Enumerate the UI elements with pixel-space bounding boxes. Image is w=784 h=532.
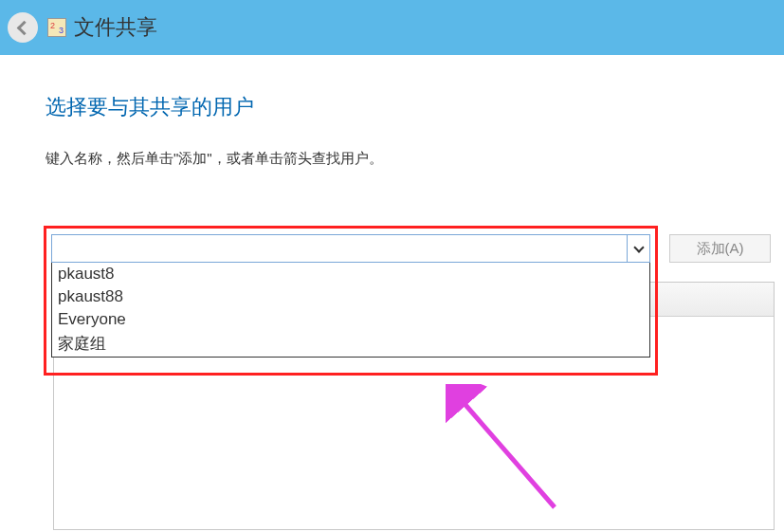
user-name-input[interactable] xyxy=(51,234,628,263)
dropdown-button[interactable] xyxy=(628,234,650,263)
page-heading: 选择要与其共享的用户 xyxy=(46,93,738,121)
instruction-text: 键入名称，然后单击"添加"，或者单击箭头查找用户。 xyxy=(46,150,738,168)
dropdown-item[interactable]: pkaust8 xyxy=(52,263,649,285)
add-button[interactable]: 添加(A) xyxy=(669,234,771,263)
titlebar: 文件共享 xyxy=(0,0,784,55)
back-button[interactable] xyxy=(8,12,38,43)
user-dropdown-list: pkaust8 pkaust88 Everyone 家庭组 xyxy=(51,263,650,358)
user-combo-row: 添加(A) xyxy=(51,234,771,263)
dropdown-item[interactable]: 家庭组 xyxy=(52,331,649,357)
dropdown-item[interactable]: Everyone xyxy=(52,308,649,331)
dropdown-item[interactable]: pkaust88 xyxy=(52,285,649,308)
chevron-down-icon xyxy=(633,242,644,252)
window-title: 文件共享 xyxy=(74,13,157,42)
arrow-left-icon xyxy=(17,20,32,35)
app-icon xyxy=(47,18,66,37)
